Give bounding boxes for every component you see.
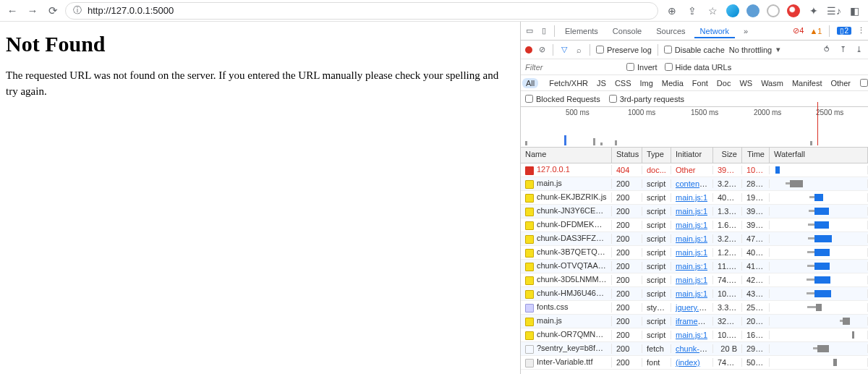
file-icon bbox=[525, 304, 534, 313]
tab-more[interactable]: » bbox=[738, 24, 754, 38]
extension-icon[interactable] bbox=[726, 4, 739, 17]
device-icon[interactable]: ▯ bbox=[538, 25, 550, 37]
type-img[interactable]: Img bbox=[637, 78, 657, 88]
type-js[interactable]: JS bbox=[593, 78, 610, 88]
forward-button[interactable]: → bbox=[25, 3, 41, 19]
extension-icon[interactable] bbox=[746, 4, 760, 17]
table-row[interactable]: 127.0.0.1404doc...Other393 B101 ... bbox=[521, 163, 868, 177]
devtools-panel: ▭ ▯ Elements Console Sources Network » ⊘… bbox=[520, 22, 868, 374]
url-field[interactable]: ⓘ http://127.0.0.1:5000 bbox=[65, 2, 658, 20]
table-row[interactable]: fonts.css200style...jquery.js:6...3.3 kB… bbox=[521, 301, 868, 315]
col-status[interactable]: Status bbox=[612, 148, 642, 163]
thirdparty-checkbox[interactable]: 3rd-party requests bbox=[609, 95, 684, 103]
hide-data-urls-checkbox[interactable]: Hide data URLs bbox=[665, 63, 732, 72]
type-manifest[interactable]: Manifest bbox=[788, 78, 826, 88]
col-name[interactable]: Name bbox=[521, 148, 612, 163]
warn-badge[interactable]: ▲1 bbox=[809, 27, 822, 35]
extension-icon[interactable] bbox=[767, 4, 780, 17]
tab-network[interactable]: Network bbox=[694, 24, 735, 38]
table-row[interactable]: chunk-OTVQTAAI.js200scriptmain.js:111.8 … bbox=[521, 260, 868, 273]
page-title: Not Found bbox=[6, 32, 514, 56]
extra-filters: Blocked Requests 3rd-party requests bbox=[521, 91, 868, 107]
col-type[interactable]: Type bbox=[642, 148, 671, 163]
file-icon bbox=[525, 318, 534, 326]
record-button[interactable] bbox=[525, 46, 532, 54]
request-table: 127.0.0.1404doc...Other393 B101 ...main.… bbox=[521, 163, 868, 374]
reading-list-icon[interactable]: ☰♪ bbox=[827, 4, 841, 17]
file-icon bbox=[525, 249, 534, 258]
type-other[interactable]: Other bbox=[827, 78, 854, 88]
search-icon[interactable]: ⌕ bbox=[574, 45, 584, 55]
throttling-select[interactable]: No throttling bbox=[729, 46, 772, 54]
table-row[interactable]: main.js200scriptcontent-w...3.2 kB289 ..… bbox=[521, 177, 868, 191]
disable-cache-checkbox[interactable]: Disable cache bbox=[664, 46, 725, 54]
file-icon bbox=[525, 235, 534, 244]
blocked-requests-checkbox[interactable]: Blocked Requests bbox=[525, 95, 600, 103]
table-row[interactable]: chunk-OR7QMNM7.js200scriptmain.js:110.9 … bbox=[521, 328, 868, 342]
panel-icon[interactable]: ◧ bbox=[848, 4, 861, 17]
message-badge[interactable]: ▯2 bbox=[837, 27, 851, 35]
type-doc[interactable]: Doc bbox=[713, 78, 735, 88]
table-row[interactable]: chunk-DFDMEKSX.js200scriptmain.js:11.6 k… bbox=[521, 218, 868, 232]
preserve-log-checkbox[interactable]: Preserve log bbox=[596, 46, 652, 54]
type-media[interactable]: Media bbox=[658, 78, 687, 88]
table-row[interactable]: chunk-DAS3FFZO.js200scriptmain.js:13.2 .… bbox=[521, 232, 868, 246]
file-icon bbox=[525, 263, 534, 271]
type-wasm[interactable]: Wasm bbox=[757, 78, 787, 88]
type-font[interactable]: Font bbox=[689, 78, 712, 88]
zoom-icon[interactable]: ⊕ bbox=[665, 4, 678, 17]
table-row[interactable]: Inter-Variable.ttf200font(index)748 ...5… bbox=[521, 356, 868, 370]
network-toolbar: ⊘ ▽ ⌕ Preserve log Disable cache No thro… bbox=[521, 41, 868, 59]
invert-checkbox[interactable]: Invert bbox=[626, 63, 658, 72]
has-blocked-checkbox[interactable]: Has blocked bbox=[860, 75, 868, 91]
reload-button[interactable]: ⟳ bbox=[45, 3, 61, 19]
type-css[interactable]: CSS bbox=[611, 78, 635, 88]
tab-elements[interactable]: Elements bbox=[559, 24, 604, 38]
tab-console[interactable]: Console bbox=[607, 24, 647, 38]
col-waterfall[interactable]: Waterfall bbox=[770, 148, 868, 163]
info-icon: ⓘ bbox=[73, 4, 82, 17]
table-header: Name Status Type Initiator Size Time Wat… bbox=[521, 148, 868, 163]
back-button[interactable]: ← bbox=[4, 3, 20, 19]
type-all[interactable]: All bbox=[522, 78, 538, 88]
col-size[interactable]: Size bbox=[713, 148, 742, 163]
extensions-icon[interactable]: ✦ bbox=[807, 4, 820, 17]
col-initiator[interactable]: Initiator bbox=[671, 148, 713, 163]
table-row[interactable]: chunk-JN3Y6CEP.js200scriptmain.js:11.3 k… bbox=[521, 205, 868, 218]
file-icon bbox=[525, 194, 534, 203]
file-icon bbox=[525, 180, 534, 189]
table-row[interactable]: chunk-EKJBZRIK.js200scriptmain.js:1409 B… bbox=[521, 191, 868, 205]
filter-icon[interactable]: ▽ bbox=[559, 45, 569, 55]
file-icon bbox=[525, 290, 534, 299]
table-row[interactable]: main.js200scriptiframes-w...328 B201 ... bbox=[521, 315, 868, 328]
file-icon bbox=[525, 345, 534, 354]
page-content: Not Found The requested URL was not foun… bbox=[0, 22, 520, 374]
file-icon bbox=[525, 208, 534, 216]
import-icon[interactable]: ⤒ bbox=[838, 45, 848, 55]
timeline[interactable]: 500 ms 1000 ms 1500 ms 2000 ms 2500 ms bbox=[521, 107, 868, 148]
chevron-down-icon[interactable]: ▾ bbox=[776, 45, 780, 54]
share-icon[interactable]: ⇪ bbox=[686, 4, 699, 17]
clear-button[interactable]: ⊘ bbox=[537, 45, 547, 55]
network-conditions-icon[interactable]: ⥀ bbox=[822, 45, 832, 55]
file-icon bbox=[525, 166, 534, 175]
inspect-icon[interactable]: ▭ bbox=[524, 25, 535, 37]
file-icon bbox=[525, 276, 534, 285]
table-row[interactable]: ?sentry_key=b8fdd4...200fetchchunk-DA...… bbox=[521, 342, 868, 356]
type-fetch[interactable]: Fetch/XHR bbox=[545, 78, 592, 88]
export-icon[interactable]: ⤓ bbox=[854, 45, 864, 55]
file-icon bbox=[525, 331, 534, 340]
type-ws[interactable]: WS bbox=[736, 78, 756, 88]
url-text: http://127.0.0.1:5000 bbox=[88, 5, 174, 16]
bookmark-icon[interactable]: ☆ bbox=[706, 4, 719, 17]
tab-sources[interactable]: Sources bbox=[650, 24, 691, 38]
settings-icon[interactable]: ⋮ bbox=[857, 26, 865, 35]
page-body: The requested URL was not found on the s… bbox=[6, 68, 505, 100]
col-time[interactable]: Time bbox=[742, 148, 770, 163]
table-row[interactable]: chunk-3D5LNMMB.js200scriptmain.js:174.4 … bbox=[521, 273, 868, 287]
filter-input[interactable] bbox=[525, 63, 619, 72]
table-row[interactable]: chunk-3B7QETQQ.js200scriptmain.js:11.2 k… bbox=[521, 246, 868, 260]
error-badge[interactable]: ⊘4 bbox=[793, 26, 804, 35]
extension-icon[interactable] bbox=[787, 4, 800, 17]
table-row[interactable]: chunk-HMJ6U46X.js200scriptmain.js:110.9 … bbox=[521, 287, 868, 301]
